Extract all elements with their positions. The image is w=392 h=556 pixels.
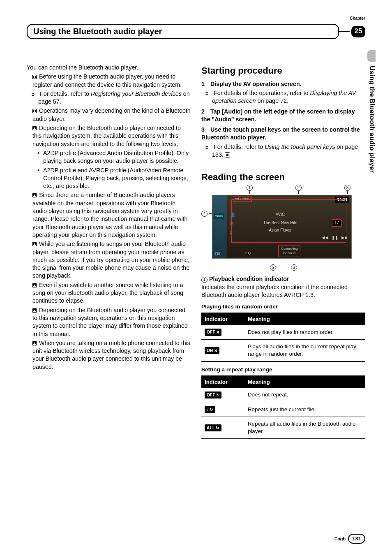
callout-4-icon: 4 — [201, 211, 208, 217]
callout-1-icon: 1 — [247, 185, 253, 191]
note-mobile-noise: While you are listening to songs on your… — [32, 240, 191, 280]
note-operations-vary: Operations may vary depending on the kin… — [32, 107, 191, 123]
desc-1-title: Playback condition indicator — [209, 276, 289, 282]
indicator-all-repeat-icon: ALL — [205, 424, 221, 432]
step-2: 2Tap [Audio] on the left edge of the scr… — [201, 108, 365, 124]
note-switch-source: Even if you switch to another source whi… — [32, 281, 191, 305]
note-market-range: Since there are a number of Bluetooth au… — [32, 191, 191, 239]
indicator-song-repeat-icon: ♪ — [205, 406, 215, 413]
meaning-text: Repeats all audio files in the Bluetooth… — [244, 417, 365, 438]
heading-starting-procedure: Starting procedure — [201, 65, 365, 77]
indicator-on-shuffle-icon: ON — [205, 347, 219, 354]
callout-2-icon: 2 — [295, 185, 302, 191]
callout-5-icon: 5 — [270, 264, 276, 271]
step-3-ref: For details, refer to Using the touch pa… — [212, 143, 365, 159]
box-icon — [32, 283, 37, 287]
box-icon — [32, 109, 37, 113]
meaning-text: Does not repeat. — [244, 388, 365, 402]
table-row: ON Plays all audio files in the current … — [201, 339, 365, 361]
sub-a2dp-only: A2DP profile (Advanced Audio Distributio… — [43, 149, 191, 165]
step-3: 3Use the touch panel keys on the screen … — [201, 126, 365, 142]
av-transport-controls[interactable]: ◀◀ ❚❚ ▶▶ — [322, 235, 348, 241]
col-indicator: Indicator — [201, 376, 244, 388]
col-meaning: Meaning — [244, 313, 365, 325]
callout-1-ref-icon: 1 — [201, 277, 208, 283]
next-icon[interactable]: ▶▶ — [341, 235, 348, 241]
chapter-header: Using the Bluetooth audio player 25 — [27, 24, 365, 39]
table-random-order: Indicator Meaning OFF Does not play file… — [201, 313, 365, 361]
desc-1-body: Indicates the current playback condition… — [201, 283, 365, 299]
desc-1: 1 Playback condition indicator Indicates… — [201, 275, 365, 299]
ref-register-devices: For details, refer to Registering your B… — [38, 90, 191, 106]
box-icon — [32, 126, 37, 130]
box-icon — [32, 75, 37, 79]
meaning-text: Does not play files in random order. — [244, 325, 365, 339]
left-column: You can control the Bluetooth audio play… — [27, 64, 191, 439]
av-left-strip — [212, 195, 227, 258]
indicator-off-repeat-icon: OFF — [205, 392, 221, 399]
av-eq-button[interactable]: EQ — [245, 250, 251, 255]
chapter-label: Chapter — [350, 16, 365, 21]
col-meaning: Meaning — [244, 376, 365, 388]
note-register: Before using the Bluetooth audio player,… — [32, 73, 191, 89]
intro-text: You can control the Bluetooth audio play… — [27, 64, 191, 72]
step-1: 1Display the AV operation screen. — [201, 80, 365, 88]
box-icon — [32, 341, 37, 345]
av-off-button[interactable]: Off — [215, 251, 220, 257]
heading-reading-screen: Reading the screen — [201, 171, 365, 183]
av-source-audio[interactable]: Audio — [214, 213, 224, 219]
chapter-number-badge: 25 — [351, 26, 365, 37]
note-call-pause: When you are talking on a mobile phone c… — [32, 339, 191, 371]
side-section-label: Using the Bluetooth audio player — [367, 66, 376, 173]
box-icon — [32, 193, 37, 197]
callout-3-icon: 3 — [344, 185, 350, 191]
prev-icon[interactable]: ◀◀ — [322, 235, 328, 241]
indicator-off-shuffle-icon: OFF — [205, 329, 221, 336]
end-section-icon — [225, 152, 230, 158]
table-repeat-range: Indicator Meaning OFF Does not repeat. ♪… — [201, 375, 365, 439]
side-tab — [367, 50, 376, 62]
page-number-badge: 131 — [348, 534, 365, 544]
subheading-repeat-range: Setting a repeat play range — [201, 366, 365, 373]
pause-icon[interactable]: ❚❚ — [332, 235, 338, 241]
table-row: ♪ Repeats just the current file. — [201, 402, 365, 417]
footer-lang: Engb — [334, 536, 346, 542]
table-row: ALL Repeats all audio files in the Bluet… — [201, 417, 365, 438]
subheading-random-order: Playing files in random order — [201, 303, 365, 310]
callout-6-icon: 6 — [291, 264, 297, 271]
table-row: OFF Does not repeat. — [201, 388, 365, 402]
page-footer: Engb 131 — [334, 534, 365, 544]
meaning-text: Plays all audio files in the current rep… — [244, 339, 365, 361]
note-ops-differ: Depending on the Bluetooth audio player … — [32, 306, 191, 338]
step-1-ref: For details of the operations, refer to … — [212, 89, 365, 105]
box-icon — [32, 308, 37, 313]
av-screen-mock: Audio ON⤨ OFF↻ 14:31 👤 ◎ ♪ AVIC The Best… — [212, 195, 352, 259]
av-connect-button[interactable]: Connecting Connect — [278, 246, 300, 257]
meaning-text: Repeats just the current file. — [244, 402, 365, 417]
right-column: Starting procedure 1Display the AV opera… — [201, 64, 365, 439]
sub-a2dp-avrcp: A2DP profile and AVRCP profile (Audio/Vi… — [43, 167, 191, 190]
note-two-levels: Depending on the Bluetooth audio player … — [32, 124, 191, 148]
chapter-title: Using the Bluetooth audio player — [27, 24, 339, 39]
box-icon — [32, 242, 37, 246]
header-rule — [339, 31, 350, 32]
screen-diagram: 1 2 3 4 Audio ON⤨ OFF↻ 14:31 👤 ◎ ♪ — [201, 187, 365, 271]
col-indicator: Indicator — [201, 313, 244, 325]
table-row: OFF Does not play files in random order. — [201, 325, 365, 339]
